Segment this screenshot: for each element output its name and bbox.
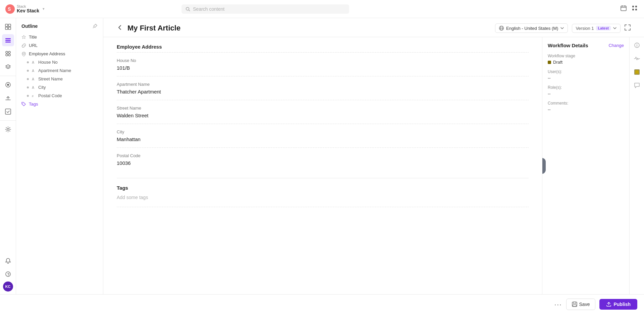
svg-rect-9 [635,6,637,7]
field-streetname: Street Name Walden Street [117,100,529,124]
sub-dot [27,61,29,63]
outline-city-label: City [38,85,46,90]
workflow-panel: ‹ Workflow Details Change Workflow stage… [542,37,629,294]
outline-item-tags[interactable]: Tags [16,100,103,108]
info-icon [634,42,640,48]
outline-address-label: Employee Address [29,51,65,56]
rail-divider-2 [0,120,16,121]
svg-line-29 [93,27,94,28]
back-arrow-icon [117,24,123,31]
rail-checklist-icon[interactable] [2,106,14,118]
stage-value-text: Draft [553,60,562,65]
outline-item-address[interactable]: Employee Address [16,50,103,58]
activity-icon-btn[interactable] [632,53,642,64]
field-value-houseno: 101/B [117,65,529,71]
outline-tags-label: Tags [29,102,38,107]
publish-button[interactable]: Publish [599,299,637,310]
svg-text:A: A [32,69,34,73]
text-icon-2: A [32,69,36,73]
brand-text: Stack Kev Stack [17,4,39,13]
save-button[interactable]: Save [566,299,596,310]
outline-item-aptname[interactable]: A Apartment Name [16,66,103,75]
search-bar[interactable]: Search content [181,4,349,14]
calendar-icon-btn[interactable] [619,4,628,14]
outline-item-city[interactable]: A City [16,83,103,91]
outline-item-url[interactable]: URL [16,41,103,50]
svg-text:S: S [8,6,11,12]
sub-dot [27,95,29,97]
field-value-postalcode: 10036 [117,160,529,166]
tags-section-label: Tags [117,178,529,191]
field-label-city: City [117,129,529,134]
number-icon: # [32,94,36,98]
workflow-title: Workflow Details [548,43,588,48]
outline-item-title[interactable]: Title [16,33,103,41]
wf-roles-label: Role(s): [548,85,624,90]
lang-label: English - United States (M) [506,26,558,31]
fullscreen-button[interactable] [625,24,631,32]
rail-list-icon[interactable] [2,34,14,46]
search-placeholder: Search content [193,6,224,12]
rail-grid-icon[interactable] [2,21,14,33]
version-chevron-icon [613,26,617,30]
main-area: My First Article English - United States… [103,18,644,294]
bookmark-icon-btn[interactable] [632,67,642,77]
top-nav: S Stack Kev Stack ▾ Search content [0,0,644,18]
svg-line-3 [189,10,190,11]
bell-icon[interactable] [2,255,14,267]
svg-rect-25 [5,109,11,114]
rail-components-icon[interactable] [2,48,14,60]
brand-dropdown-arrow[interactable]: ▾ [43,7,45,11]
globe-icon [499,25,504,31]
svg-text:?: ? [7,272,9,276]
rail-divider-1 [0,76,16,76]
text-icon-1: A [32,60,36,64]
rail-radio-icon[interactable] [2,79,14,91]
svg-rect-17 [5,40,11,41]
svg-rect-13 [8,24,11,26]
comment-icon-btn[interactable] [632,80,642,91]
publish-icon [606,302,611,307]
rail-layers-icon[interactable] [2,61,14,73]
outline-url-label: URL [29,43,38,48]
svg-rect-11 [635,9,637,10]
brand-user: Kev Stack [17,8,39,13]
brand-area: S Stack Kev Stack ▾ [5,4,45,14]
nav-menu-btn[interactable] [631,4,639,14]
svg-rect-16 [5,38,11,39]
panel-toggle-button[interactable]: ‹ [542,158,546,174]
sub-dot [27,70,29,72]
wf-stage-label: Workflow stage [548,54,624,58]
wf-roles-value: -- [548,91,624,96]
svg-text:A: A [32,77,34,81]
rail-settings-icon[interactable] [2,123,14,135]
logo-icon: S [5,4,15,14]
version-badge[interactable]: Version 1 Latest [572,24,621,33]
more-options-button[interactable]: ··· [554,301,562,308]
article-header: My First Article English - United States… [103,18,644,37]
tags-input-placeholder[interactable]: Add some tags [117,195,529,200]
outline-item-houseno[interactable]: A House No [16,58,103,66]
outline-item-streetname[interactable]: A Street Name [16,75,103,83]
stage-dot [548,61,551,64]
calendar-icon [621,5,627,11]
svg-rect-14 [5,27,8,29]
pin-icon[interactable] [92,23,98,29]
svg-text:A: A [32,61,34,64]
bookmark-icon [634,69,640,75]
svg-rect-4 [621,6,626,11]
lang-selector[interactable]: English - United States (M) [495,23,568,33]
outline-header: Outline [16,23,103,33]
outline-item-postalcode[interactable]: # Postal Code [16,91,103,100]
help-icon[interactable]: ? [2,268,14,280]
info-icon-btn[interactable] [632,40,642,51]
field-label-postalcode: Postal Code [117,153,529,158]
bottom-bar: ··· Save Publish [0,294,644,314]
field-label-houseno: House No [117,58,529,63]
user-avatar[interactable]: KC [3,281,13,292]
rail-upload-icon[interactable] [2,92,14,104]
back-button[interactable] [117,24,123,33]
change-button[interactable]: Change [608,43,624,48]
right-icon-rail [629,37,644,294]
svg-point-20 [8,51,10,53]
